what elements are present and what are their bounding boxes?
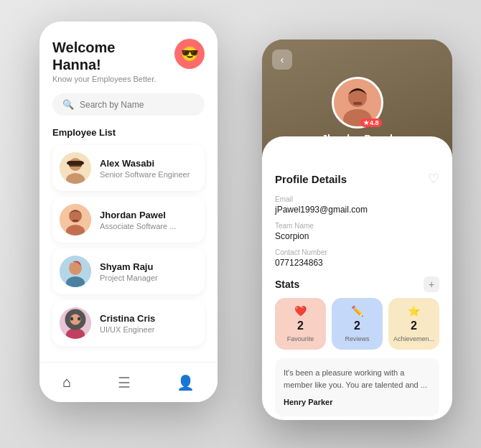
- scene: Welcome Hanna! Know your Employees Bette…: [0, 0, 481, 448]
- employee-info: Cristina Cris UI/UX Engineer: [100, 313, 155, 334]
- profile-header: ‹ ★ 4.8 Jhordan Pawel Associate Software: [262, 39, 452, 165]
- detail-value: Scorpion: [275, 231, 439, 241]
- stat-number: 2: [411, 319, 417, 332]
- detail-value: jPawel1993@gmail.com: [275, 205, 439, 215]
- stat-label: Achievemen...: [393, 335, 434, 342]
- employee-name: Alex Wasabi: [100, 158, 190, 169]
- stat-card-favourite: ❤️ 2 Favourite: [275, 298, 326, 350]
- employee-name: Shyam Raju: [100, 261, 158, 272]
- welcome-greeting: Welcome Hanna!: [52, 39, 156, 73]
- employee-list: Alex Wasabi Senior Software Engineer: [52, 145, 205, 346]
- svg-rect-4: [67, 161, 84, 165]
- avatar: [60, 256, 91, 287]
- search-input[interactable]: [80, 100, 195, 110]
- home-nav-icon[interactable]: ⌂: [62, 374, 71, 391]
- stat-label: Reviews: [345, 335, 369, 342]
- phone-right: ‹ ★ 4.8 Jhordan Pawel Associate Software: [262, 39, 452, 420]
- svg-rect-22: [353, 102, 362, 105]
- stats-cards: ❤️ 2 Favourite ✏️ 2 Reviews ⭐ 2 Achievem…: [275, 298, 439, 350]
- profile-nav-icon[interactable]: 👤: [177, 374, 195, 391]
- details-title: Profile Details: [275, 173, 347, 185]
- list-nav-icon[interactable]: ☰: [118, 374, 131, 391]
- stat-label: Favourite: [287, 335, 314, 342]
- stats-title: Stats: [275, 279, 299, 290]
- employee-info: Alex Wasabi Senior Software Engineer: [100, 158, 190, 179]
- user-avatar: 😎: [174, 39, 205, 69]
- achievements-icon: ⭐: [408, 305, 420, 317]
- employee-name: Jhordan Pawel: [100, 210, 176, 220]
- bottom-nav: ⌂ ☰ 👤: [39, 362, 218, 402]
- stats-header: Stats +: [275, 276, 439, 292]
- profile-avatar-wrapper: ★ 4.8: [332, 77, 383, 129]
- detail-field-team: Team Name Scorpion: [275, 222, 439, 241]
- detail-value: 0771234863: [275, 258, 439, 268]
- testimonial-text: It's been a pleasure working with a memb…: [284, 367, 431, 391]
- welcome-text: Welcome Hanna! Know your Employees Bette…: [52, 39, 156, 83]
- employee-info: Shyam Raju Project Manager: [100, 261, 158, 282]
- details-header: Profile Details ♡: [275, 171, 439, 187]
- avatar: [60, 204, 91, 235]
- profile-role: Associate Software Engineer: [311, 146, 403, 154]
- stats-section: Stats + ❤️ 2 Favourite ✏️ 2 Reviews: [275, 276, 439, 416]
- employee-role: Senior Software Engineer: [100, 170, 190, 179]
- detail-label: Email: [275, 195, 439, 203]
- employee-role: Project Manager: [100, 274, 158, 282]
- welcome-section: Welcome Hanna! Know your Employees Bette…: [52, 39, 205, 83]
- svg-rect-8: [73, 220, 78, 222]
- stat-card-reviews: ✏️ 2 Reviews: [332, 298, 383, 350]
- detail-label: Contact Number: [275, 248, 439, 256]
- stats-more-button[interactable]: +: [424, 276, 439, 292]
- employee-info: Jhordan Pawel Associate Software ...: [100, 210, 176, 230]
- profile-name: Jhordan Pawel: [322, 133, 393, 144]
- employee-name: Cristina Cris: [100, 313, 155, 324]
- employee-role: Associate Software ...: [100, 222, 176, 230]
- detail-label: Team Name: [275, 222, 439, 230]
- rating-badge: ★ 4.8: [360, 118, 382, 127]
- employee-list-title: Employee List: [52, 127, 205, 138]
- stat-card-achievements: ⭐ 2 Achievemen...: [388, 298, 439, 350]
- welcome-subtitle: Know your Employees Better.: [52, 75, 156, 83]
- employee-item[interactable]: Shyam Raju Project Manager: [52, 248, 205, 294]
- employee-item[interactable]: Cristina Cris UI/UX Engineer: [52, 300, 205, 346]
- employee-item[interactable]: Alex Wasabi Senior Software Engineer: [52, 145, 205, 191]
- detail-field-contact: Contact Number 0771234863: [275, 248, 439, 268]
- search-icon: 🔍: [62, 99, 74, 110]
- detail-field-email: Email jPawel1993@gmail.com: [275, 195, 439, 215]
- svg-point-17: [70, 317, 73, 321]
- avatar: [60, 307, 91, 339]
- testimonial-card: It's been a pleasure working with a memb…: [275, 358, 439, 416]
- avatar: [60, 152, 91, 184]
- search-bar[interactable]: 🔍: [52, 93, 205, 116]
- employee-role: UI/UX Engineer: [100, 325, 155, 334]
- reviews-icon: ✏️: [351, 305, 363, 317]
- employee-item[interactable]: Jhordan Pawel Associate Software ...: [52, 197, 205, 243]
- phone-left: Welcome Hanna! Know your Employees Bette…: [39, 22, 218, 402]
- favourite-icon: ❤️: [294, 305, 307, 317]
- stat-number: 2: [297, 319, 304, 332]
- svg-point-18: [78, 317, 80, 321]
- profile-body: Profile Details ♡ Email jPawel1993@gmail…: [262, 165, 452, 420]
- testimonial-author: Henry Parker: [284, 398, 333, 406]
- back-button[interactable]: ‹: [272, 50, 292, 70]
- stat-number: 2: [354, 319, 360, 332]
- heart-icon[interactable]: ♡: [428, 171, 439, 187]
